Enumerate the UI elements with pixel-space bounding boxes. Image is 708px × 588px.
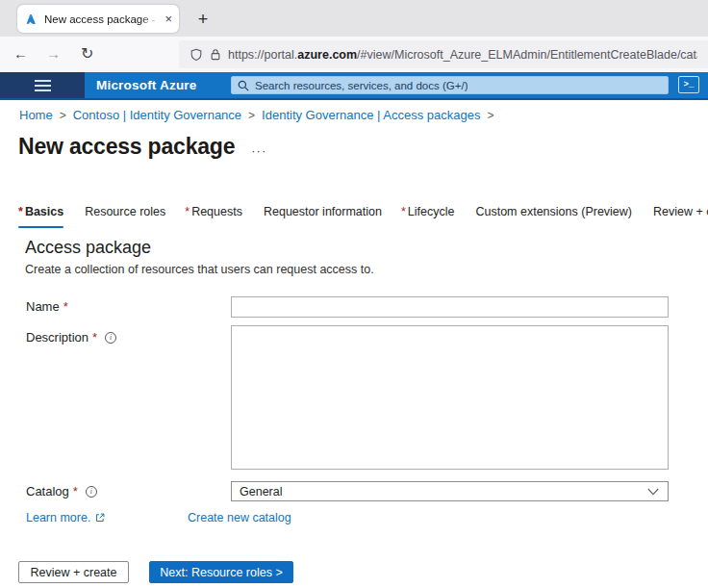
forward-icon[interactable]: →: [46, 44, 61, 64]
new-tab-button[interactable]: +: [190, 7, 215, 32]
hamburger-icon: [35, 80, 51, 91]
description-label: Description * i: [26, 330, 116, 345]
url-path: /#view/Microsoft_Azure_ELMAdmin/Entitlem…: [357, 48, 697, 62]
external-link-icon: [95, 513, 105, 523]
back-icon[interactable]: ←: [13, 44, 28, 64]
cloud-shell-icon[interactable]: >_: [678, 76, 699, 93]
lock-icon[interactable]: [210, 48, 221, 61]
browser-tab-bar: New access package - Microsof × +: [0, 0, 708, 37]
section-heading: Access package: [25, 238, 151, 258]
search-icon: [238, 80, 249, 91]
required-asterisk: *: [73, 484, 78, 499]
breadcrumb-separator: >: [248, 109, 255, 122]
next-resource-roles-button[interactable]: Next: Resource roles >: [149, 561, 293, 583]
create-new-catalog-link[interactable]: Create new catalog: [188, 511, 291, 524]
description-field[interactable]: [231, 325, 669, 470]
azure-header: Microsoft Azure Search resources, servic…: [0, 72, 708, 100]
chevron-down-icon: [647, 488, 659, 496]
tab-review-create[interactable]: Review + create: [651, 205, 708, 228]
tab-requestor-information[interactable]: Requestor information: [262, 205, 382, 228]
browser-window: New access package - Microsof × + ← → ↻ …: [0, 0, 708, 588]
close-icon[interactable]: ×: [164, 13, 172, 25]
search-placeholder: Search resources, services, and docs (G+…: [255, 80, 468, 91]
breadcrumb-identity-governance[interactable]: Contoso | Identity Governance: [73, 108, 241, 122]
required-asterisk: *: [63, 299, 68, 314]
url-text: https://portal.azure.com/#view/Microsoft…: [228, 48, 697, 62]
tab-resource-roles[interactable]: Resource roles: [83, 205, 165, 228]
global-search-input[interactable]: Search resources, services, and docs (G+…: [231, 76, 669, 94]
url-prefix: https://portal.: [228, 48, 297, 62]
tab-title: New access package - Microsof: [44, 13, 162, 25]
section-description: Create a collection of resources that us…: [25, 263, 374, 276]
info-icon[interactable]: i: [105, 332, 116, 344]
required-asterisk: *: [92, 330, 97, 345]
more-options-icon[interactable]: ···: [251, 143, 266, 158]
catalog-selected-value: General: [240, 485, 282, 499]
breadcrumb-separator: >: [488, 109, 494, 122]
browser-toolbar: ← → ↻ https://portal.azure.com/#view/Mic…: [0, 37, 708, 72]
page-title-row: New access package ···: [18, 134, 266, 160]
breadcrumb-home[interactable]: Home: [19, 108, 53, 122]
address-bar[interactable]: https://portal.azure.com/#view/Microsoft…: [179, 40, 708, 68]
catalog-label: Catalog * i: [26, 484, 97, 499]
catalog-dropdown[interactable]: General: [231, 481, 669, 501]
azure-logo-icon: [24, 13, 38, 26]
learn-more-link[interactable]: Learn more.: [26, 511, 105, 524]
reload-icon[interactable]: ↻: [81, 44, 93, 64]
info-icon[interactable]: i: [86, 486, 97, 498]
review-create-button[interactable]: Review + create: [18, 561, 129, 583]
name-field[interactable]: [231, 296, 669, 318]
tab-basics[interactable]: *Basics: [18, 205, 63, 228]
wizard-tabs: *Basics Resource roles *Requests Request…: [18, 205, 708, 228]
azure-brand[interactable]: Microsoft Azure: [96, 72, 197, 98]
browser-tab[interactable]: New access package - Microsof ×: [17, 5, 179, 33]
tab-lifecycle[interactable]: *Lifecycle: [401, 205, 455, 228]
url-domain: azure.com: [297, 48, 357, 62]
tab-custom-extensions[interactable]: Custom extensions (Preview): [473, 205, 632, 228]
breadcrumb-access-packages[interactable]: Identity Governance | Access packages: [262, 108, 480, 122]
name-label: Name *: [26, 299, 68, 314]
hamburger-menu-button[interactable]: [0, 72, 85, 98]
breadcrumb-separator: >: [60, 109, 66, 122]
tab-requests[interactable]: *Requests: [185, 205, 242, 228]
page-title: New access package: [18, 134, 235, 160]
breadcrumb: Home > Contoso | Identity Governance > I…: [19, 108, 494, 122]
shield-icon[interactable]: [190, 48, 203, 62]
